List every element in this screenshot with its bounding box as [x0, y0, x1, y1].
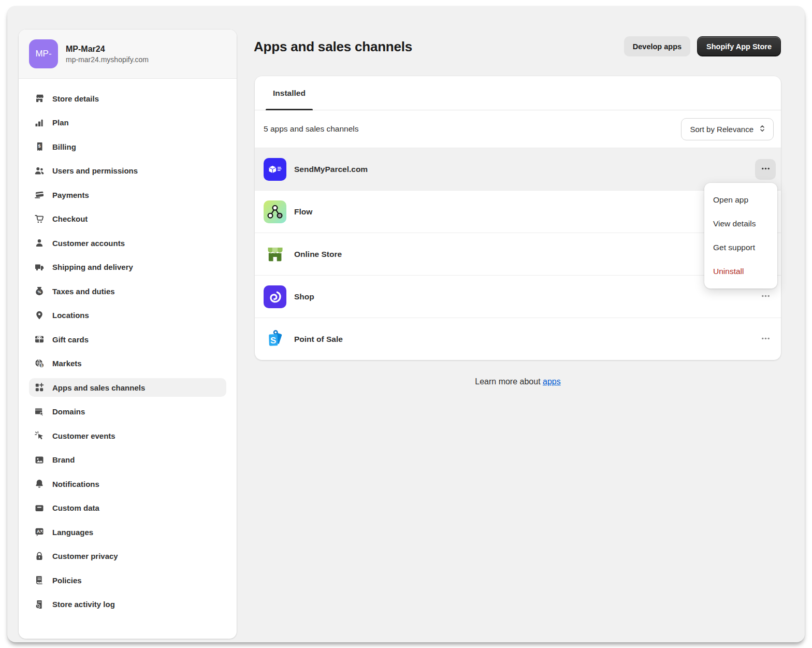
app-row-point-of-sale[interactable]: SPoint of Sale: [255, 318, 781, 360]
taxes-icon: %: [34, 286, 45, 296]
tab-installed-label: Installed: [273, 89, 306, 98]
sidebar-item-label: Billing: [52, 142, 76, 151]
pos-app-icon: S: [264, 328, 286, 351]
sidebar-item-label: Plan: [52, 118, 69, 127]
page-title: Apps and sales channels: [254, 39, 412, 55]
shop-app-icon: [264, 285, 286, 308]
sidebar-item-customer-events[interactable]: Customer events: [29, 426, 226, 445]
tab-bar: Installed: [255, 76, 781, 110]
sidebar-item-label: Apps and sales channels: [52, 383, 145, 392]
sidebar-item-label: Gift cards: [52, 335, 89, 344]
payments-icon: [34, 190, 45, 200]
sidebar-item-taxes-and-duties[interactable]: %Taxes and duties: [29, 282, 226, 300]
sidebar-item-label: Store activity log: [52, 600, 115, 609]
policies-doc-icon: [34, 575, 45, 585]
plan-icon: [34, 118, 45, 128]
app-name: Shop: [294, 292, 314, 301]
sidebar-item-customer-privacy[interactable]: Customer privacy: [29, 547, 226, 566]
sidebar-item-checkout[interactable]: Checkout: [29, 210, 226, 228]
sidebar-item-label: Payments: [52, 191, 89, 199]
checkout-cart-icon: [34, 214, 45, 224]
app-row-sendmyparcel-com[interactable]: SendMyParcel.com: [255, 148, 781, 190]
apps-grid-icon: [34, 382, 45, 393]
learn-more-text: Learn more about apps: [255, 377, 781, 386]
sidebar-item-policies[interactable]: Policies: [29, 571, 226, 589]
ellipsis-icon: [761, 164, 771, 175]
sidebar-item-customer-accounts[interactable]: Customer accounts: [29, 234, 226, 252]
online-store-app-icon: [264, 243, 286, 266]
sidebar-item-label: Notifications: [52, 480, 99, 488]
menu-item-get-support[interactable]: Get support: [704, 236, 777, 260]
apps-panel: Installed 5 apps and sales channels Sort…: [255, 76, 781, 360]
app-row-flow[interactable]: Flow: [255, 190, 781, 233]
sidebar-item-label: Customer accounts: [52, 239, 125, 248]
ellipsis-icon: [761, 334, 771, 345]
sidebar-item-label: Taxes and duties: [52, 287, 115, 296]
apps-help-link[interactable]: apps: [543, 377, 561, 386]
sidebar-item-label: Customer events: [52, 431, 115, 440]
sidebar-item-store-activity-log[interactable]: Store activity log: [29, 595, 226, 614]
gift-card-icon: [34, 334, 45, 344]
sidebar-item-label: Store details: [52, 94, 99, 103]
sidebar-item-label: Checkout: [52, 214, 88, 223]
brand-image-icon: [34, 455, 45, 465]
apps-list: SendMyParcel.comFlowOnline StoreShopSPoi…: [255, 148, 781, 360]
row-actions-button[interactable]: [755, 159, 776, 180]
sidebar-item-brand[interactable]: Brand: [29, 451, 226, 469]
app-row-online-store[interactable]: Online Store: [255, 233, 781, 275]
sidebar-item-shipping-and-delivery[interactable]: Shipping and delivery: [29, 258, 226, 277]
app-context-menu: Open appView detailsGet supportUninstall: [704, 183, 777, 289]
app-name: Online Store: [294, 250, 342, 259]
store-header: MP- MP-Mar24 mp-mar24.myshopify.com: [19, 30, 237, 79]
sidebar-item-gift-cards[interactable]: Gift cards: [29, 330, 226, 349]
app-row-shop[interactable]: Shop: [255, 275, 781, 318]
sidebar-item-label: Brand: [52, 455, 75, 464]
menu-item-open-app[interactable]: Open app: [704, 188, 777, 212]
app-name: SendMyParcel.com: [294, 165, 368, 174]
sort-button[interactable]: Sort by Relevance: [681, 118, 774, 140]
sidebar-item-locations[interactable]: Locations: [29, 306, 226, 325]
sidebar-item-label: Customer privacy: [52, 552, 118, 560]
store-avatar: MP-: [29, 39, 58, 68]
svg-text:%: %: [38, 290, 41, 294]
store-details-icon: [34, 93, 45, 104]
sidebar-item-label: Custom data: [52, 503, 99, 512]
sidebar-item-billing[interactable]: $Billing: [29, 137, 226, 156]
menu-item-uninstall[interactable]: Uninstall: [704, 260, 777, 283]
develop-apps-button[interactable]: Develop apps: [624, 36, 690, 56]
tab-installed[interactable]: Installed: [266, 76, 313, 110]
location-pin-icon: [34, 310, 45, 321]
sidebar-item-users-and-permissions[interactable]: Users and permissions: [29, 162, 226, 180]
sidebar-item-plan[interactable]: Plan: [29, 113, 226, 132]
sidebar-item-notifications[interactable]: Notifications: [29, 474, 226, 493]
customer-accounts-icon: [34, 238, 45, 248]
sidebar-item-custom-data[interactable]: Custom data: [29, 499, 226, 517]
row-actions-button[interactable]: [755, 286, 776, 307]
activity-log-icon: [34, 599, 45, 610]
sidebar-item-store-details[interactable]: Store details: [29, 89, 226, 108]
settings-window: MP- MP-Mar24 mp-mar24.myshopify.com Stor…: [7, 6, 805, 642]
custom-data-icon: [34, 503, 45, 513]
store-avatar-initials: MP-: [35, 49, 51, 59]
sidebar-item-apps-and-sales-channels[interactable]: Apps and sales channels: [29, 378, 226, 397]
ellipsis-icon: [761, 291, 771, 303]
list-header: 5 apps and sales channels Sort by Releva…: [255, 110, 781, 148]
sidebar-item-domains[interactable]: Domains: [29, 402, 226, 421]
svg-text:S: S: [270, 335, 276, 345]
sidebar-item-languages[interactable]: ALanguages: [29, 523, 226, 541]
settings-sidebar: MP- MP-Mar24 mp-mar24.myshopify.com Stor…: [19, 30, 237, 639]
sidebar-item-markets[interactable]: $Markets: [29, 354, 226, 373]
sidebar-item-label: Shipping and delivery: [52, 263, 133, 271]
domains-icon: [34, 407, 45, 417]
apps-count-text: 5 apps and sales channels: [264, 124, 359, 134]
menu-item-view-details[interactable]: View details: [704, 212, 777, 236]
billing-icon: $: [34, 141, 45, 152]
sidebar-item-payments[interactable]: Payments: [29, 185, 226, 204]
row-actions-button[interactable]: [755, 329, 776, 350]
sidebar-item-label: Languages: [52, 528, 93, 537]
store-name: MP-Mar24: [66, 45, 149, 54]
settings-nav: Store detailsPlan$BillingUsers and permi…: [19, 79, 237, 614]
markets-globe-icon: $: [34, 358, 45, 369]
sidebar-item-label: Domains: [52, 407, 85, 416]
shopify-app-store-button[interactable]: Shopify App Store: [697, 36, 781, 56]
